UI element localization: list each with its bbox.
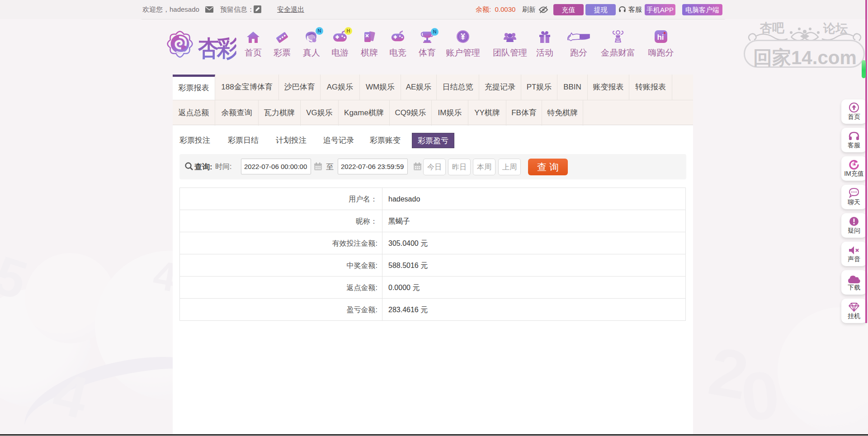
svg-text:hi: hi: [657, 33, 664, 42]
